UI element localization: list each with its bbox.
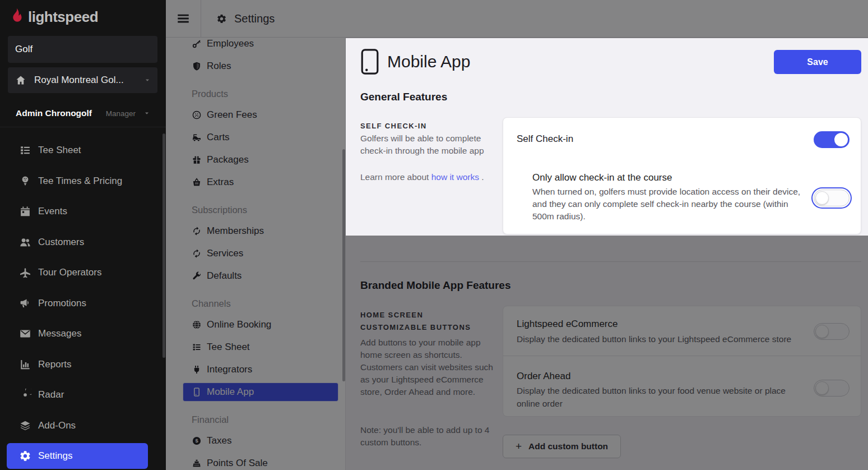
sidebar-item-add-ons[interactable]: Add-Ons: [0, 411, 166, 441]
sidebar-item-tour-operators[interactable]: Tour Operators: [0, 257, 166, 288]
dim-overlay-left: [166, 38, 346, 470]
gear-icon: [19, 450, 31, 462]
app-window: lightspeed Golf Royal Montreal Gol... Ad…: [0, 0, 868, 470]
sidebar-scrollbar[interactable]: [163, 133, 165, 358]
radar-icon: [19, 389, 31, 401]
chevron-down-icon: [143, 110, 150, 117]
course-only-toggle[interactable]: [814, 190, 850, 206]
page-title: Mobile App: [387, 52, 470, 71]
sidebar-item-radar[interactable]: Radar: [0, 380, 166, 411]
calendar-icon: [19, 205, 31, 218]
flame-icon: [8, 7, 25, 27]
sidebar-item-messages[interactable]: Messages: [0, 319, 166, 349]
user-name: Admin Chronogolf: [16, 108, 106, 118]
venue-selector[interactable]: Royal Montreal Gol...: [8, 67, 157, 93]
tee-pricing-icon: [19, 175, 31, 187]
customers-icon: [19, 236, 31, 248]
dim-overlay-top: [166, 0, 868, 38]
page-title-row: Mobile App: [360, 48, 470, 75]
sidebar-nav: Tee Sheet Tee Times & Pricing Events Cus…: [0, 135, 166, 470]
main-sidebar: lightspeed Golf Royal Montreal Gol... Ad…: [0, 0, 166, 470]
sidebar-item-customers[interactable]: Customers: [0, 227, 166, 258]
self-check-in-card: Self Check-in Only allow check-in at the…: [503, 117, 861, 234]
sidebar-divider: [0, 127, 166, 127]
venue-name: Royal Montreal Gol...: [34, 75, 136, 86]
course-only-title: Only allow check-in at the course: [532, 172, 672, 183]
sidebar-item-reports[interactable]: Reports: [0, 349, 166, 380]
sidebar-item-tee-times-pricing[interactable]: Tee Times & Pricing: [0, 166, 166, 197]
course-only-description: When turned on, golfers must provide loc…: [532, 186, 802, 223]
self-check-in-label: SELF CHECK-IN: [360, 120, 427, 132]
chevron-down-icon: [144, 77, 151, 84]
user-role: Manager: [106, 109, 136, 118]
bar-chart-icon: [19, 358, 31, 371]
user-menu[interactable]: Admin Chronogolf Manager: [0, 102, 166, 125]
megaphone-icon: [19, 297, 31, 310]
workspace-label[interactable]: Golf: [8, 36, 157, 63]
sidebar-item-settings[interactable]: Settings: [0, 441, 166, 470]
home-icon: [15, 75, 26, 86]
dim-overlay-bottom: [346, 236, 868, 470]
envelope-icon: [19, 328, 31, 340]
mobile-phone-icon: [360, 48, 379, 75]
lightspeed-logo: lightspeed: [8, 7, 98, 27]
tee-sheet-icon: [19, 144, 31, 156]
plane-icon: [19, 266, 31, 279]
logo-text: lightspeed: [28, 8, 98, 26]
sidebar-item-events[interactable]: Events: [0, 196, 166, 227]
sidebar-item-tee-sheet[interactable]: Tee Sheet: [0, 135, 166, 166]
learn-more-line: Learn more about how it works .: [360, 171, 500, 183]
self-check-in-toggle-label: Self Check-in: [517, 133, 573, 145]
layers-icon: [19, 420, 31, 432]
save-button[interactable]: Save: [774, 50, 861, 74]
how-it-works-link[interactable]: how it works: [431, 172, 479, 182]
sidebar-item-promotions[interactable]: Promotions: [0, 288, 166, 319]
self-check-in-description: Golfers will be able to complete check-i…: [360, 132, 495, 157]
general-features-heading: General Features: [360, 91, 447, 103]
self-check-in-toggle[interactable]: [814, 131, 850, 148]
